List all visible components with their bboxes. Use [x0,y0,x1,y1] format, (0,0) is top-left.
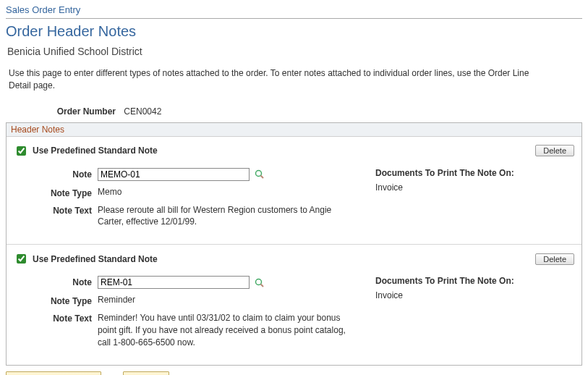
order-number-label: Order Number [6,106,122,117]
lookup-icon[interactable] [255,169,265,180]
note-type-value: Reminder [98,295,375,305]
note-text-label: Note Text [14,312,98,324]
use-predefined-label: Use Predefined Standard Note [33,146,531,156]
note-entry: Use Predefined Standard Note Delete Note… [7,137,581,245]
documents-value: Invoice [375,290,574,300]
svg-line-1 [261,176,264,179]
documents-value: Invoice [375,182,574,193]
documents-title: Documents To Print The Note On: [375,168,574,178]
note-code-input[interactable] [98,168,250,181]
header-notes-section: Header Notes Use Predefined Standard Not… [6,122,582,366]
breadcrumb[interactable]: Sales Order Entry [6,3,582,18]
order-number-value: CEN0042 [124,106,161,117]
svg-line-3 [261,285,264,287]
note-type-label: Note Type [14,295,98,306]
svg-point-2 [256,279,262,285]
note-text-label: Note Text [14,204,98,216]
note-type-label: Note Type [14,187,98,198]
note-code-input[interactable] [98,276,250,289]
section-header: Header Notes [7,123,581,137]
use-predefined-checkbox[interactable] [17,146,26,156]
divider-top [6,18,582,19]
delete-button[interactable]: Delete [535,145,574,156]
order-number-row: Order Number CEN0042 [6,106,582,117]
note-label: Note [14,168,98,180]
documents-title: Documents To Print The Note On: [375,276,574,286]
ok-button[interactable]: OK [123,371,169,375]
note-label: Note [14,276,98,287]
action-bar: Add New Note OK [6,371,582,375]
svg-point-0 [256,171,262,177]
note-text-value: Reminder! You have until 03/31/02 to cla… [98,312,351,348]
subtitle: Benicia Unified School District [7,46,582,57]
use-predefined-checkbox[interactable] [17,254,26,264]
note-type-value: Memo [98,187,375,197]
instructions-text: Use this page to enter different types o… [9,67,544,92]
use-predefined-label: Use Predefined Standard Note [33,254,531,264]
delete-button[interactable]: Delete [535,253,574,265]
page-title: Order Header Notes [6,23,582,40]
lookup-icon[interactable] [255,278,265,288]
add-new-note-button[interactable]: Add New Note [6,371,101,375]
note-entry: Use Predefined Standard Note Delete Note… [7,245,581,364]
note-text-value: Please reroute all bill for Western Regi… [98,204,351,229]
